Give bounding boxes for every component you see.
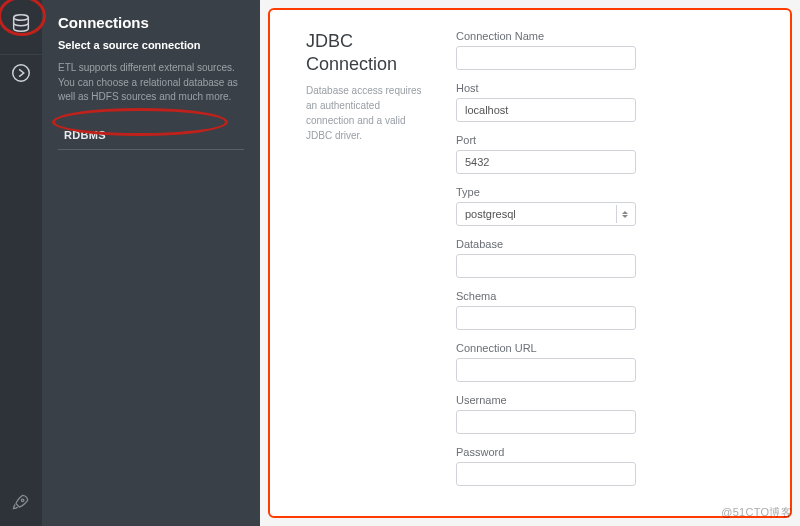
nav-rail bbox=[0, 0, 42, 526]
sidebar-subtitle: Select a source connection bbox=[58, 39, 244, 51]
connection-panel: JDBC Connection Database access requires… bbox=[268, 8, 792, 518]
port-label: Port bbox=[456, 134, 656, 146]
host-label: Host bbox=[456, 82, 656, 94]
svg-point-1 bbox=[13, 65, 30, 82]
type-select[interactable] bbox=[456, 202, 636, 226]
schema-input[interactable] bbox=[456, 306, 636, 330]
password-input[interactable] bbox=[456, 462, 636, 486]
panel-heading-block: JDBC Connection Database access requires… bbox=[306, 30, 426, 498]
connection-name-input[interactable] bbox=[456, 46, 636, 70]
username-label: Username bbox=[456, 394, 656, 406]
continue-icon[interactable] bbox=[3, 55, 39, 91]
panel-title: JDBC Connection bbox=[306, 30, 426, 75]
database-icon[interactable] bbox=[3, 6, 39, 42]
connection-url-input[interactable] bbox=[456, 358, 636, 382]
schema-label: Schema bbox=[456, 290, 656, 302]
connection-form: Connection Name Host Port Type bbox=[456, 30, 656, 498]
port-input[interactable] bbox=[456, 150, 636, 174]
panel-description: Database access requires an authenticate… bbox=[306, 83, 426, 143]
sidebar-title: Connections bbox=[58, 14, 244, 31]
svg-point-2 bbox=[21, 499, 24, 502]
connection-name-label: Connection Name bbox=[456, 30, 656, 42]
sidebar: Connections Select a source connection E… bbox=[42, 0, 260, 526]
password-label: Password bbox=[456, 446, 656, 458]
svg-point-0 bbox=[14, 15, 29, 21]
rocket-icon[interactable] bbox=[3, 484, 39, 520]
sidebar-item-rdbms[interactable]: RDBMS bbox=[58, 123, 244, 150]
app-root: Connections Select a source connection E… bbox=[0, 0, 800, 526]
type-label: Type bbox=[456, 186, 656, 198]
host-input[interactable] bbox=[456, 98, 636, 122]
username-input[interactable] bbox=[456, 410, 636, 434]
sidebar-description: ETL supports different external sources.… bbox=[58, 61, 244, 105]
database-input[interactable] bbox=[456, 254, 636, 278]
main: JDBC Connection Database access requires… bbox=[260, 0, 800, 526]
connection-url-label: Connection URL bbox=[456, 342, 656, 354]
database-label: Database bbox=[456, 238, 656, 250]
